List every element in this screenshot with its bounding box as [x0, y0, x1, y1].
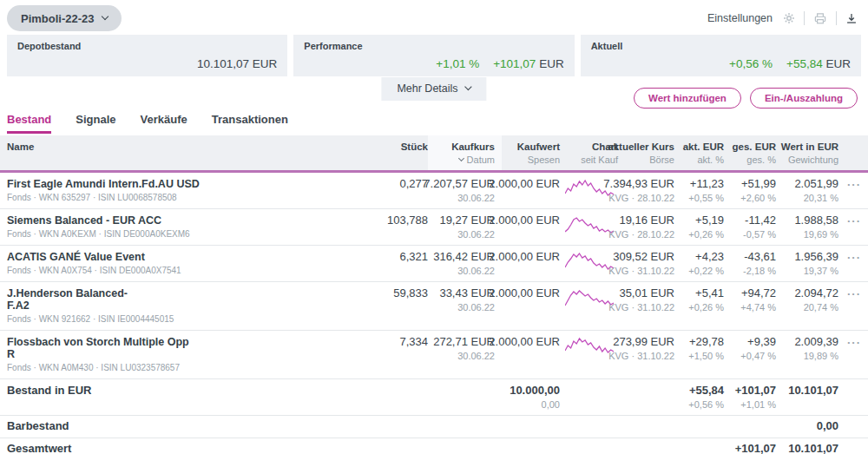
sparkline-chart[interactable] [565, 251, 614, 272]
change-total-percent: +4,74 % [740, 302, 776, 313]
change-today-percent: +0,22 % [688, 266, 724, 276]
more-details-button[interactable]: Mehr Details [381, 77, 486, 101]
column-header-chart[interactable]: Chartseit Kauf [560, 135, 618, 170]
shares-value: 7,334 [399, 336, 428, 348]
row-menu-icon[interactable]: ··· [847, 178, 861, 189]
settings-button[interactable] [783, 12, 795, 24]
chevron-down-icon [464, 83, 471, 90]
change-today-eur: +5,19 [695, 214, 724, 227]
purchase-value: 2.000,00 EUR [489, 336, 560, 348]
change-today-percent: +0,26 % [688, 302, 724, 313]
change-total-eur: +94,72 [741, 287, 776, 299]
summary-change-total-eur: +101,07 [735, 443, 776, 454]
portfolio-selector-dropdown[interactable]: Pimboli-22-23 [7, 5, 122, 31]
print-button[interactable] [813, 12, 827, 25]
card-aktuell: Aktuell +0,56 % +55,84 EUR [581, 35, 861, 76]
change-total-percent: -0,57 % [743, 229, 776, 240]
value-eur: 1.956,39 [794, 251, 838, 263]
change-total-percent: -2,18 % [743, 266, 776, 276]
change-total-eur: +9,39 [747, 336, 776, 348]
purchase-price: 33,43 EUR [439, 287, 495, 299]
instrument-name-link[interactable]: J.Henderson Balanced- F.A2 [7, 287, 128, 312]
summary-value-eur: 0,00 [817, 420, 838, 432]
table-row[interactable]: Flossbach von Storch Multiple Opp R Fond… [0, 331, 868, 379]
summary-purchase-value: 10.000,00 [510, 385, 560, 397]
instrument-info: Fonds · WKN A0X754 · ISIN DE000A0X7541 [7, 266, 181, 276]
depot-value: 10.101,07 EUR [197, 57, 277, 70]
purchase-value: 2.000,00 EUR [489, 214, 560, 227]
performance-amount: +101,07 EUR [493, 57, 563, 70]
column-header-name[interactable]: Name [7, 135, 228, 170]
exchange-date: KVG · 28.10.22 [608, 229, 674, 240]
aktuell-amount: +55,84 EUR [786, 57, 851, 70]
summary-label: Barbestand [7, 420, 69, 432]
table-row[interactable]: Siemens Balanced - EUR ACC Fonds · WKN A… [0, 209, 868, 246]
change-total-eur: +51,99 [741, 178, 776, 190]
table-row[interactable]: J.Henderson Balanced- F.A2 Fonds · WKN 9… [0, 282, 868, 331]
summary-change-today-eur: +55,84 [689, 385, 724, 397]
table-summary: Bestand in EUR 10.000,00 0,00 +55,84 +0,… [0, 379, 868, 454]
instrument-name-link[interactable]: ACATIS GANÉ Value Event [7, 251, 145, 263]
column-header-kaufwert[interactable]: KaufwertSpesen [495, 135, 560, 170]
purchase-date: 30.06.22 [457, 266, 495, 276]
aktuell-percent: +0,56 % [729, 57, 773, 70]
add-asset-button[interactable]: Wert hinzufügen [634, 88, 741, 109]
tab-bestand[interactable]: Bestand [7, 113, 51, 134]
column-header-aktueller-kurs[interactable]: aktueller KursBörse [618, 135, 674, 170]
purchase-date: 30.06.22 [457, 351, 495, 361]
current-price: 273,99 EUR [613, 336, 674, 348]
column-header-wert-in-eur[interactable]: Wert in EURGewichtung [776, 135, 838, 170]
change-today-eur: +5,41 [695, 287, 724, 299]
sparkline-chart[interactable] [565, 214, 614, 235]
row-menu-icon[interactable]: ··· [847, 287, 861, 299]
column-header-ges-eur[interactable]: ges. EURges. % [724, 135, 776, 170]
row-menu-icon[interactable]: ··· [847, 336, 861, 347]
top-bar: Pimboli-22-23 Einstellungen [0, 0, 868, 31]
instrument-name-link[interactable]: Flossbach von Storch Multiple Opp R [7, 336, 189, 360]
portfolio-actions: Wert hinzufügen Ein-/Auszahlung [634, 88, 858, 109]
summary-value-eur: 10.101,07 [788, 443, 838, 454]
download-icon [845, 12, 858, 25]
purchase-value: 2.000,00 EUR [489, 287, 560, 299]
change-today-eur: +29,78 [689, 336, 724, 348]
gear-icon [783, 12, 795, 24]
tab-transaktionen[interactable]: Transaktionen [212, 113, 288, 134]
purchase-value: 2.000,00 EUR [489, 178, 560, 190]
row-menu-icon[interactable]: ··· [847, 251, 861, 262]
change-total-eur: -11,42 [745, 214, 776, 227]
shares-value: 6,321 [399, 251, 428, 263]
column-header-kaufkurs[interactable]: KaufkursDatum [428, 135, 502, 170]
tab-verkaeufe[interactable]: Verkäufe [141, 113, 187, 134]
summary-cards: Depotbestand 10.101,07 EUR Performance +… [0, 35, 868, 76]
weighting-percent: 19,89 % [804, 351, 838, 361]
column-header-akt-eur[interactable]: akt. EURakt. % [674, 135, 724, 170]
summary-label: Bestand in EUR [7, 385, 92, 397]
column-header-st-ck[interactable]: Stück [228, 135, 428, 170]
tab-signale[interactable]: Signale [76, 113, 115, 134]
change-today-percent: +1,50 % [688, 351, 724, 361]
summary-value-eur: 10.101,07 [788, 385, 838, 397]
deposit-withdraw-button[interactable]: Ein-/Auszahlung [750, 88, 858, 109]
value-eur: 2.051,99 [794, 178, 838, 190]
weighting-percent: 20,31 % [804, 193, 838, 203]
sparkline-chart[interactable] [565, 336, 614, 357]
download-button[interactable] [845, 12, 858, 25]
settings-link[interactable]: Einstellungen [707, 12, 773, 24]
purchase-date: 30.06.22 [457, 193, 495, 203]
exchange-date: KVG · 31.10.22 [608, 351, 674, 361]
row-menu-icon[interactable]: ··· [847, 214, 861, 226]
exchange-date: KVG · 31.10.22 [608, 302, 674, 313]
instrument-name-link[interactable]: Siemens Balanced - EUR ACC [7, 214, 161, 227]
purchase-date: 30.06.22 [457, 302, 495, 313]
table-row[interactable]: First Eagle Amundi Intern.Fd.AU USD Fond… [0, 173, 868, 209]
purchase-price: 19,27 EUR [439, 214, 495, 227]
table-header: NameStückKaufkursDatumKaufwertSpesenChar… [0, 135, 868, 170]
instrument-name-link[interactable]: First Eagle Amundi Intern.Fd.AU USD [7, 178, 200, 190]
exchange-date: KVG · 31.10.22 [608, 266, 674, 276]
table-row[interactable]: ACATIS GANÉ Value Event Fonds · WKN A0X7… [0, 246, 868, 282]
sort-chevron-down-icon [458, 155, 464, 161]
sparkline-chart[interactable] [565, 287, 614, 308]
change-today-eur: +4,23 [695, 251, 724, 263]
printer-icon [813, 12, 827, 25]
current-price: 309,52 EUR [613, 251, 674, 263]
